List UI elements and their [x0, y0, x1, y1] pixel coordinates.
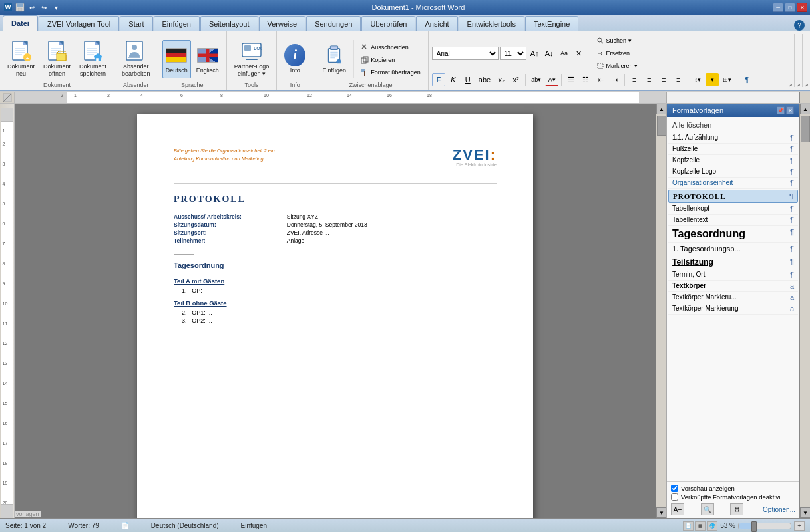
font-grow-button[interactable]: A↑ [528, 47, 542, 60]
options-link[interactable]: Optionen... [763, 506, 795, 513]
style-kopfzeile-logo[interactable]: Kopfzeile Logo ¶ [668, 166, 798, 178]
style-tagesordnungspunkt[interactable]: 1. Tagesordnungsp... ¶ [668, 243, 798, 255]
qat-dropdown[interactable]: ▾ [51, 2, 61, 13]
suchen-button[interactable]: Suchen ▾ [594, 35, 641, 47]
tab-zvei[interactable]: ZVEI-Vorlagen-Tool [39, 16, 119, 31]
document-edit-area[interactable]: Bitte geben Sie die Organisationseinheit… [15, 104, 656, 518]
zoom-slider[interactable] [738, 523, 791, 529]
markieren-button[interactable]: Markieren ▾ [594, 60, 641, 72]
align-left-button[interactable]: ≡ [628, 73, 641, 86]
cut-button[interactable]: Ausschneiden [357, 41, 424, 53]
preview-checkbox[interactable] [671, 485, 678, 492]
deutsch-button[interactable]: Deutsch [162, 40, 191, 78]
font-shrink-button[interactable]: A↓ [542, 47, 556, 60]
undo-button[interactable]: ↩ [27, 2, 37, 13]
close-button[interactable]: ✕ [797, 3, 807, 12]
save-qat-button[interactable] [15, 2, 25, 13]
maximize-button[interactable]: □ [785, 3, 795, 12]
ribbon-expand-bearbeiten[interactable]: ↗ [804, 82, 809, 88]
underline-button[interactable]: U [461, 73, 475, 86]
bold-button[interactable]: F [432, 73, 445, 86]
style-protokoll-active[interactable]: PROTOKOLL ¶ [668, 190, 798, 203]
absender-button[interactable]: Absenderbearbeiten [118, 40, 154, 78]
scroll-down-button[interactable]: ▼ [656, 507, 667, 518]
new-style-button[interactable]: A+ [671, 503, 684, 515]
italic-button[interactable]: K [447, 73, 460, 86]
superscript-button[interactable]: x² [509, 73, 522, 86]
panel-scroll-up[interactable]: ▲ [800, 104, 810, 114]
paste-button[interactable]: Einfügen [317, 40, 351, 78]
format-painter-button[interactable]: Format übertragen [357, 66, 424, 78]
style-termin-ort[interactable]: Termin, Ort ¶ [668, 269, 798, 281]
info-button[interactable]: i Info [281, 40, 309, 78]
bullets-button[interactable]: ☰ [564, 73, 578, 86]
manage-styles-button[interactable]: ⚙ [730, 503, 743, 515]
tab-seitenlayout[interactable]: Seitenlayout [200, 16, 258, 31]
linked-checkbox[interactable] [671, 493, 678, 501]
case-button[interactable]: Aa [557, 47, 570, 60]
font-size-select[interactable]: 11 [500, 47, 526, 60]
style-textkoerper-markierung1[interactable]: Textkörper Markieru... a [668, 292, 798, 303]
style-fusszeile[interactable]: Fußzeile ¶ [668, 144, 798, 155]
tab-ueberpruefen[interactable]: Überprüfen [361, 16, 415, 31]
scroll-thumb[interactable] [657, 116, 666, 136]
tab-datei[interactable]: Datei [3, 15, 38, 31]
subscript-button[interactable]: x₂ [495, 73, 508, 86]
align-justify-button[interactable]: ≡ [672, 73, 685, 86]
redo-button[interactable]: ↪ [39, 2, 49, 13]
borders-button[interactable]: ⊞▾ [720, 73, 734, 86]
indent-decrease-button[interactable]: ⇤ [594, 73, 607, 86]
tab-ansicht[interactable]: Ansicht [416, 16, 457, 31]
tab-einfuegen[interactable]: Einfügen [154, 16, 200, 31]
align-right-button[interactable]: ≡ [657, 73, 670, 86]
style-inspector-button[interactable]: 🔍 [701, 503, 714, 515]
copy-button[interactable]: Kopieren [357, 54, 424, 66]
ribbon-expand-absatz[interactable]: ↗ [796, 82, 801, 88]
shading-button[interactable]: ▾ [706, 73, 719, 86]
panel-scroll-down[interactable]: ▼ [800, 507, 810, 518]
strikethrough-button[interactable]: abe [476, 73, 493, 86]
tab-entwicklertools[interactable]: Entwicklertools [459, 16, 524, 31]
tab-textengine[interactable]: TextEngine [525, 16, 578, 31]
view-layout-button[interactable]: ▦ [695, 521, 706, 531]
style-tabellentext[interactable]: Tabellentext ¶ [668, 215, 798, 226]
style-organisationseinheit[interactable]: Organisationseinheit ¶ [668, 178, 798, 189]
style-textkoerper-markierung2[interactable]: Textkörper Markierung a [668, 303, 798, 315]
zoom-in-button[interactable]: + [794, 521, 805, 531]
indent-increase-button[interactable]: ⇥ [608, 73, 622, 86]
partner-logo-button[interactable]: LOGO Partner-Logoeinfügen ▾ [231, 40, 273, 78]
align-center-button[interactable]: ≡ [642, 73, 656, 86]
clear-all-button[interactable]: Alle löschen [668, 118, 798, 132]
help-button[interactable]: ? [794, 20, 805, 31]
line-spacing-button[interactable]: ↕▾ [691, 73, 704, 86]
style-textkoerper[interactable]: Textkörper a [668, 281, 798, 292]
panel-scroll-track[interactable] [800, 144, 810, 507]
clear-format-button[interactable]: ✕ [572, 47, 585, 60]
style-teilsitzung[interactable]: Teilsitzung ¶ [668, 255, 798, 269]
font-family-select[interactable]: Arial [432, 47, 499, 60]
minimize-button[interactable]: ─ [773, 3, 783, 12]
view-web-button[interactable]: 🌐 [707, 521, 717, 531]
ersetzen-button[interactable]: Ersetzen [594, 47, 641, 59]
scroll-track[interactable] [656, 137, 666, 507]
save-doc-button[interactable]: Dokumentspeichern [76, 40, 110, 78]
ribbon-expand-schriftart[interactable]: ↗ [788, 82, 793, 88]
englisch-button[interactable]: Englisch [193, 40, 222, 78]
text-highlight-button[interactable]: ab▾ [528, 73, 544, 86]
zoom-thumb[interactable] [751, 521, 757, 532]
tab-verweise[interactable]: Verweise [259, 16, 306, 31]
tab-sendungen[interactable]: Sendungen [306, 16, 361, 31]
numbering-button[interactable]: ☷ [579, 73, 592, 86]
font-color-button[interactable]: A▾ [545, 73, 558, 86]
panel-pin-button[interactable]: 📌 [777, 106, 785, 114]
new-doc-button[interactable]: + Dokumentneu [4, 40, 38, 78]
style-tabellenkopf[interactable]: Tabellenkopf ¶ [668, 203, 798, 215]
open-doc-button[interactable]: Dokumentöffnen [40, 40, 74, 78]
style-tagesordnung[interactable]: Tagesordnung ¶ [668, 226, 798, 243]
style-aufzaehlung[interactable]: 1.1. Aufzählung ¶ [668, 132, 798, 144]
panel-close-button[interactable]: ✕ [786, 106, 794, 114]
scroll-up-button[interactable]: ▲ [656, 104, 667, 114]
para-mark-button[interactable]: ¶ [740, 73, 753, 86]
tab-start[interactable]: Start [120, 16, 152, 31]
panel-scroll-thumb[interactable] [801, 116, 810, 142]
